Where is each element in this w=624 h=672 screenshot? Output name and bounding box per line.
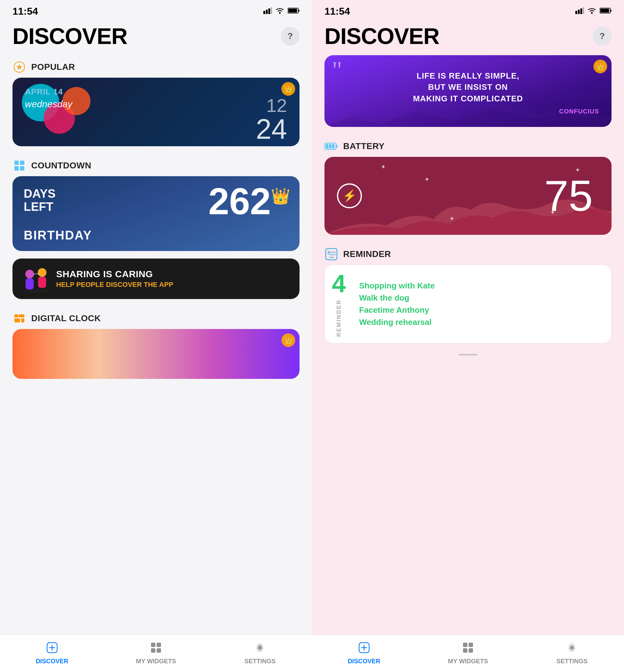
crown-badge-popular: 👑 [281, 82, 295, 96]
reminder-section-label: REMINDER [343, 249, 391, 259]
reminder-vert-label: REMINDER [336, 299, 342, 337]
nav-settings-left[interactable]: SETTINGS [208, 642, 312, 665]
countdown-card[interactable]: DAYS LEFT 262👑 BIRTHDAY [12, 176, 300, 251]
svg-rect-27 [151, 648, 155, 653]
nav-discover-label-right: DISCOVER [347, 658, 380, 665]
nav-discover-right[interactable]: DISCOVER [312, 642, 416, 665]
countdown-number: 262👑 [208, 182, 290, 220]
svg-rect-15 [26, 278, 34, 289]
widgets-icon-left [150, 642, 162, 656]
svg-rect-54 [463, 648, 467, 653]
digital-clock-label: DIGITAL CLOCK [31, 314, 101, 323]
svg-rect-7 [298, 10, 300, 11]
reminder-count-col: 4 REMINDER [325, 265, 353, 343]
nav-my-widgets-left[interactable]: MY WIDGETS [104, 642, 208, 665]
svg-point-13 [23, 289, 48, 293]
status-time-right: 11:54 [324, 6, 350, 17]
nav-settings-label-right: SETTINGS [556, 658, 588, 665]
svg-rect-28 [157, 648, 161, 653]
status-bar-left: 11:54 [0, 0, 312, 20]
svg-rect-25 [151, 643, 155, 647]
battery-card[interactable]: ✦ ✦ ✦ ✦ ✦ ⚡ 75 [324, 157, 612, 235]
gear-icon-left [254, 642, 265, 656]
status-bar-right: 11:54 [312, 0, 624, 20]
bottom-nav-left: DISCOVER MY WIDGETS SETTING [0, 635, 312, 672]
gear-icon-right [566, 642, 577, 656]
svg-point-14 [25, 270, 34, 278]
svg-rect-6 [288, 9, 297, 12]
quote-text: LIFE IS REALLY SIMPLE, BUT WE INSIST ON … [337, 70, 599, 104]
svg-rect-17 [38, 277, 46, 288]
header-right: DISCOVER ? [312, 20, 624, 55]
nav-my-widgets-label-right: MY WIDGETS [448, 658, 488, 665]
battery-lightning-icon: ⚡ [337, 183, 362, 208]
section-digital-clock: DIGITAL CLOCK [0, 306, 312, 329]
svg-rect-12 [20, 166, 24, 170]
svg-rect-32 [578, 10, 580, 14]
svg-point-16 [38, 268, 47, 277]
countdown-card-wrapper: DAYS LEFT 262👑 BIRTHDAY [0, 176, 312, 259]
reminder-item-3: Facetime Anthony [359, 305, 605, 315]
svg-rect-41 [329, 144, 331, 149]
svg-rect-20 [15, 318, 20, 322]
widgets-icon-right [462, 642, 474, 656]
sharing-title: SHARING IS CARING [56, 269, 290, 279]
svg-rect-52 [463, 643, 467, 647]
sharing-subtitle: HELP PEOPLE DISCOVER THE APP [56, 281, 290, 289]
reminder-item-4: Wedding rehearsal [359, 318, 605, 327]
popular-card-wrapper: APRIL 14 wednesday 12 24 👑 [0, 78, 312, 154]
section-reminder: 3 REMINDER [312, 242, 624, 265]
clock-icon [12, 312, 26, 325]
svg-point-4 [279, 12, 281, 14]
section-battery: BATTERY [312, 134, 624, 157]
quote-card[interactable]: " 👑 LIFE IS REALLY SIMPLE, BUT WE INSIST… [324, 55, 612, 127]
popular-date: APRIL 14 [25, 87, 63, 97]
nav-discover-left[interactable]: DISCOVER [0, 642, 104, 665]
page-title-left: DISCOVER [12, 23, 127, 49]
nav-discover-label-left: DISCOVER [35, 658, 68, 665]
reminder-item-1: Shopping with Kate [359, 281, 605, 291]
svg-rect-9 [15, 161, 19, 165]
plus-square-icon-left [47, 642, 58, 656]
popular-card[interactable]: APRIL 14 wednesday 12 24 👑 [12, 78, 300, 146]
digital-clock-card[interactable]: 👑 [12, 329, 300, 379]
popular-label: POPULAR [31, 62, 75, 72]
svg-point-30 [258, 646, 261, 649]
battery-section-label: BATTERY [343, 141, 385, 151]
svg-rect-40 [326, 144, 328, 149]
countdown-days-left: DAYS LEFT [24, 187, 55, 214]
popular-time: 12 24 [256, 96, 287, 143]
svg-rect-3 [271, 7, 272, 14]
svg-point-57 [570, 646, 573, 649]
popular-weekday: wednesday [25, 99, 72, 109]
nav-my-widgets-right[interactable]: MY WIDGETS [416, 642, 520, 665]
svg-point-35 [591, 12, 593, 14]
svg-rect-33 [580, 8, 582, 14]
svg-rect-26 [157, 643, 161, 647]
svg-rect-31 [575, 11, 577, 14]
page-title-right: DISCOVER [324, 23, 439, 49]
reminder-item-2: Walk the dog [359, 293, 605, 303]
reminder-card[interactable]: 4 REMINDER Shopping with Kate Walk the d… [324, 265, 612, 343]
quote-author: CONFUCIUS [337, 108, 599, 115]
battery-section-icon [324, 139, 338, 153]
svg-rect-1 [266, 10, 268, 14]
wifi-icon-left [275, 7, 285, 16]
svg-rect-18 [15, 314, 18, 318]
header-left: DISCOVER ? [0, 20, 312, 55]
reminder-section-icon: 3 [324, 247, 338, 261]
svg-rect-37 [600, 9, 609, 12]
battery-icon-left [288, 7, 300, 16]
star-icon [12, 60, 26, 74]
bottom-nav-right: DISCOVER MY WIDGETS SETTING [312, 635, 624, 672]
nav-settings-right[interactable]: SETTINGS [520, 642, 624, 665]
help-button-right[interactable]: ? [593, 27, 612, 46]
help-button-left[interactable]: ? [281, 27, 300, 46]
sharing-card[interactable]: SHARING IS CARING HELP PEOPLE DISCOVER T… [12, 259, 300, 299]
sharing-card-wrapper: SHARING IS CARING HELP PEOPLE DISCOVER T… [0, 259, 312, 306]
sharing-text: SHARING IS CARING HELP PEOPLE DISCOVER T… [56, 269, 290, 289]
svg-rect-38 [610, 10, 612, 11]
svg-rect-2 [268, 8, 270, 14]
left-phone-screen: 11:54 DISCOVER ? POPULAR [0, 0, 312, 672]
status-icons-right [575, 7, 612, 16]
